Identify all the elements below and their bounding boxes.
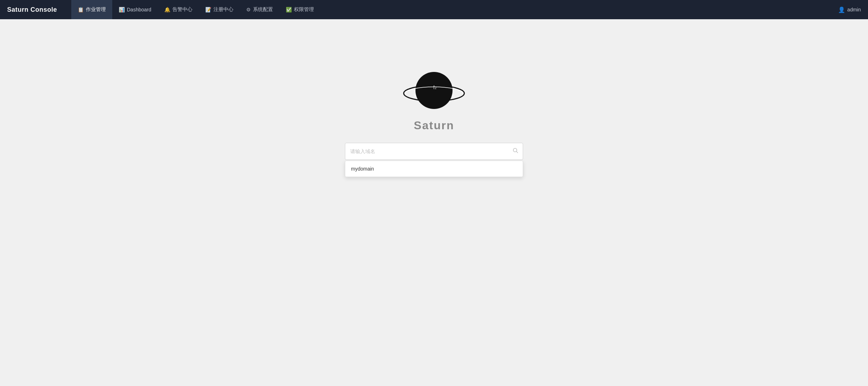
nav-item-registry-center[interactable]: 📝 注册中心	[199, 0, 240, 19]
saturn-brand-title: Saturn	[414, 119, 454, 132]
saturn-logo: 12 6 9	[398, 62, 470, 115]
nav-item-label-permission: 权限管理	[294, 6, 314, 13]
svg-text:6: 6	[453, 93, 454, 97]
system-config-icon: ⚙	[246, 7, 251, 12]
nav-item-alert-center[interactable]: 🔔 告警中心	[158, 0, 199, 19]
nav-item-dashboard[interactable]: 📊 Dashboard	[112, 0, 158, 19]
svg-text:12: 12	[433, 86, 436, 90]
nav-item-system-config[interactable]: ⚙ 系统配置	[240, 0, 279, 19]
search-container: mydomain	[345, 143, 523, 160]
search-input[interactable]	[345, 143, 523, 160]
dropdown-item-mydomain[interactable]: mydomain	[345, 161, 523, 177]
nav-items: 📋 作业管理 📊 Dashboard 🔔 告警中心 📝 注册中心 ⚙ 系统配置 …	[71, 0, 838, 19]
registry-icon: 📝	[205, 7, 211, 12]
nav-item-label-dashboard: Dashboard	[127, 7, 151, 12]
nav-item-label-job-management: 作业管理	[86, 6, 106, 13]
user-menu[interactable]: 👤 admin	[838, 6, 861, 13]
user-icon: 👤	[838, 6, 845, 13]
job-management-icon: 📋	[78, 7, 84, 12]
nav-item-label-registry: 注册中心	[213, 6, 233, 13]
logo-section: 12 6 9 Saturn	[398, 62, 470, 132]
alert-icon: 🔔	[164, 7, 170, 12]
svg-text:9: 9	[414, 93, 415, 97]
brand-title: Saturn Console	[7, 6, 71, 14]
navbar: Saturn Console 📋 作业管理 📊 Dashboard 🔔 告警中心…	[0, 0, 868, 19]
search-input-wrapper	[345, 143, 523, 160]
nav-item-label-alert: 告警中心	[172, 6, 192, 13]
search-dropdown: mydomain	[345, 161, 523, 177]
permission-icon: ✅	[286, 7, 292, 12]
dashboard-icon: 📊	[119, 7, 125, 12]
nav-item-permission-mgmt[interactable]: ✅ 权限管理	[279, 0, 320, 19]
nav-item-label-system-config: 系统配置	[253, 6, 273, 13]
nav-item-job-management[interactable]: 📋 作业管理	[71, 0, 112, 19]
user-label: admin	[847, 7, 861, 12]
svg-point-1	[415, 72, 453, 109]
main-content: 12 6 9 Saturn	[0, 19, 868, 160]
